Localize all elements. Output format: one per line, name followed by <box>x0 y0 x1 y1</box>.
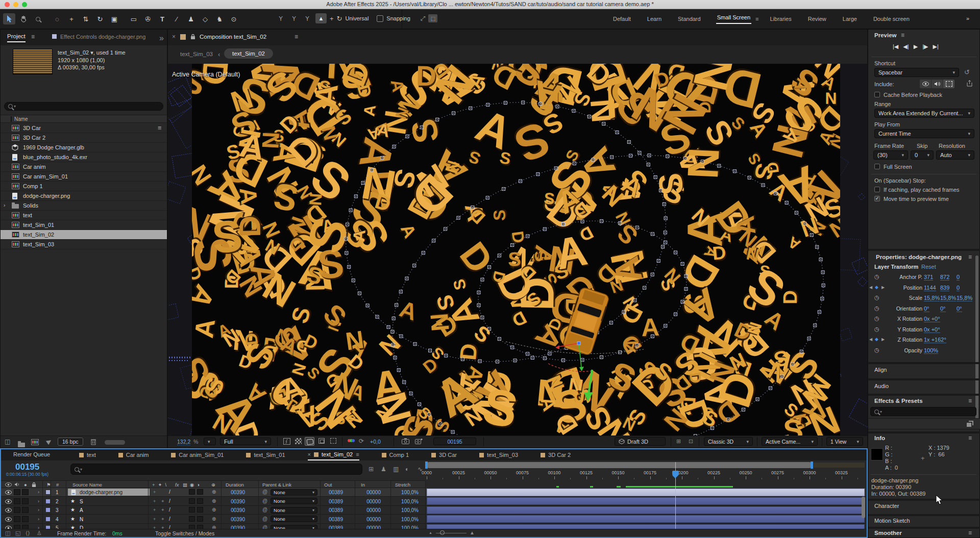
project-item-row[interactable]: text_Sim_02 <box>1 230 167 240</box>
breadcrumb-current[interactable]: text_Sim_02 <box>224 48 273 59</box>
property-value[interactable]: 0x +0° <box>924 316 940 322</box>
reset-shortcut-icon[interactable]: ↺ <box>964 68 970 76</box>
dodge-charger-car[interactable] <box>562 287 609 356</box>
property-value[interactable]: 0 <box>957 274 960 280</box>
effects-presets-menu-icon[interactable]: ≡ <box>968 397 972 404</box>
effects-presets-header[interactable]: Effects & Presets <box>874 398 923 404</box>
color-management-icon[interactable]: ⟳ <box>359 438 364 445</box>
stopwatch-icon[interactable]: ◷ <box>874 315 879 322</box>
keyframe-icon[interactable]: ◆ <box>875 337 878 342</box>
close-tab-icon[interactable]: × <box>308 451 311 457</box>
view-layout-dropdown[interactable]: 1 View▾ <box>826 437 863 446</box>
composition-image[interactable]: NDADSSDSASDSNNNNSDNSDAASSNNNNNDSSAAASDDD… <box>192 64 840 435</box>
renderer-dropdown[interactable]: Classic 3D▾ <box>704 437 753 446</box>
play-from-dropdown[interactable]: Current Time▾ <box>874 129 974 138</box>
stopwatch-icon[interactable]: ◷ <box>874 347 879 353</box>
eraser-tool[interactable]: ◇ <box>199 13 211 24</box>
orbit-camera-tool[interactable]: ◌ <box>51 13 63 24</box>
project-item-row[interactable]: dodge-charger.png <box>1 191 167 201</box>
project-item-row[interactable]: text_Sim_01 <box>1 220 167 230</box>
workspace-tab-review[interactable]: Review <box>807 16 827 22</box>
property-value[interactable]: 15,8% <box>940 295 956 301</box>
camera-footer-icon[interactable]: ♙ <box>37 530 42 536</box>
fast-previews-icon[interactable] <box>283 438 290 445</box>
tab-menu-icon[interactable]: ≡ <box>356 451 359 457</box>
go-to-end-button[interactable]: ▶| <box>933 43 938 50</box>
layer-track-bar[interactable] <box>427 515 865 523</box>
toggle-switches-modes-button[interactable]: Toggle Switches / Modes <box>155 530 214 536</box>
tab-project[interactable]: Project <box>7 33 26 42</box>
project-item-row[interactable]: Car anim_Sim_01 <box>1 172 167 182</box>
smoother-panel-header[interactable]: Smoother <box>874 530 902 536</box>
project-item-row[interactable]: 1969 Dodge Charger.glb <box>1 143 167 152</box>
selection-tool[interactable] <box>3 13 15 24</box>
audio-panel-header[interactable]: Audio <box>874 383 889 389</box>
snapshot-icon[interactable] <box>402 438 409 444</box>
next-keyframe-icon[interactable]: ▶ <box>881 337 885 342</box>
go-to-start-button[interactable]: |◀ <box>893 43 898 50</box>
mask-visibility-icon[interactable] <box>305 437 314 446</box>
property-value[interactable]: 1144 <box>924 285 936 291</box>
puppet-pin-tool[interactable]: ⊙ <box>228 13 240 24</box>
footer-scrubber[interactable] <box>105 440 125 445</box>
info-panel-title[interactable]: Info <box>874 435 885 441</box>
axis-view-icon[interactable]: ⅄ <box>302 15 312 22</box>
crop-icon[interactable] <box>330 438 336 444</box>
resolution-dropdown[interactable]: Full▾ <box>220 438 271 445</box>
property-value[interactable]: 0° <box>924 305 929 312</box>
property-value[interactable]: 15,8% <box>957 295 972 301</box>
add-icon[interactable]: + <box>330 15 334 22</box>
property-value[interactable]: 0° <box>940 305 946 312</box>
workspace-tab-large[interactable]: Large <box>842 16 858 22</box>
magnification-value[interactable]: 132,2 <box>177 439 190 445</box>
resolution-preview-dropdown[interactable]: Auto▾ <box>936 150 974 160</box>
effects-search-input[interactable]: ▾ <box>870 407 976 416</box>
layer-track-bar[interactable] <box>427 506 865 514</box>
project-flowchart-icon[interactable]: ▶ <box>45 437 53 446</box>
project-item-row[interactable]: text_Sim_03 <box>1 240 167 249</box>
snapping-checkbox[interactable] <box>377 15 383 22</box>
universal-axis-label[interactable]: Universal <box>346 15 369 21</box>
marquee-mode-icon[interactable]: ⬚ <box>428 14 437 22</box>
shortcut-dropdown[interactable]: Spacebar▾ <box>874 68 959 77</box>
expand-transfer-controls-icon[interactable]: ◱ <box>15 530 20 536</box>
reset-transform-link[interactable]: Reset <box>921 264 936 270</box>
project-item-row[interactable]: Comp 1 <box>1 182 167 191</box>
smoother-menu-icon[interactable]: ≡ <box>968 529 972 536</box>
expand-layer-switches-icon[interactable]: ◫ <box>5 530 10 536</box>
type-tool[interactable]: T <box>156 13 168 24</box>
workspace-tab-standard[interactable]: Standard <box>677 16 702 22</box>
channels-icon[interactable] <box>348 439 355 442</box>
prev-keyframe-icon[interactable]: ◀ <box>869 337 872 342</box>
current-frame-field[interactable]: 00195 <box>433 438 476 445</box>
property-value[interactable]: 839 <box>940 285 949 291</box>
region-of-interest-icon[interactable] <box>318 438 325 444</box>
composition-viewport[interactable]: NDADSSDSASDSNNNNSDNSDAASSNNNNNDSSAAASDDD… <box>168 64 867 435</box>
range-dropdown[interactable]: Work Area Extended By Current...▾ <box>874 109 974 118</box>
new-folder-icon[interactable] <box>18 443 25 447</box>
time-ruler[interactable]: 0000000250005000075001000012500150001750… <box>0 470 868 480</box>
hand-tool[interactable] <box>17 13 30 24</box>
project-tab-overflow-icon[interactable]: » <box>159 34 164 43</box>
play-cached-checkbox[interactable] <box>874 187 880 192</box>
include-audio-toggle[interactable] <box>932 80 943 88</box>
layer-track-bar[interactable] <box>427 524 865 529</box>
property-value[interactable]: 0 <box>957 285 960 291</box>
layer-track-bar[interactable] <box>427 497 865 505</box>
property-value[interactable]: 1x +162° <box>924 337 946 343</box>
stopwatch-icon[interactable]: ◷ <box>874 326 879 332</box>
project-item-row[interactable]: blue_photo_studio_4k.exr <box>1 152 167 162</box>
project-item-row[interactable]: 3D Car 2 <box>1 133 167 143</box>
footage-name[interactable]: text_Sim_02 ▾, used 1 time <box>58 49 126 56</box>
axis-world-icon[interactable]: ⅄ <box>289 15 299 22</box>
workspace-menu-icon[interactable]: ≡ <box>755 16 758 22</box>
rotation-tool[interactable]: ↻ <box>94 13 106 24</box>
zoom-out-mountain-icon[interactable]: ▲ <box>429 531 432 534</box>
next-frame-button[interactable]: |▶ <box>922 43 928 50</box>
full-screen-checkbox[interactable] <box>874 164 880 169</box>
motion-path-ellipse[interactable] <box>325 78 687 387</box>
trash-icon[interactable] <box>90 438 96 445</box>
expand-icon[interactable]: ⤢ <box>421 15 426 22</box>
draft-3d-button[interactable]: Draft 3D <box>615 437 666 446</box>
property-value[interactable]: 0° <box>957 305 962 312</box>
